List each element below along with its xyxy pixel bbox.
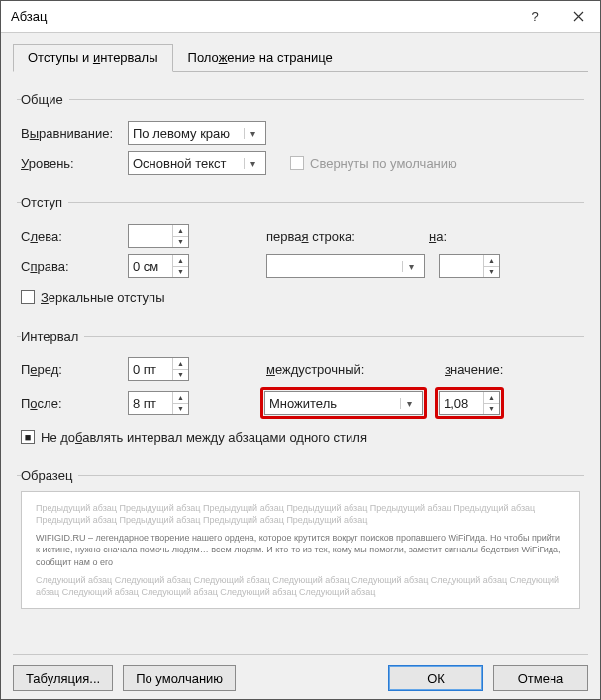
spin-up-icon[interactable]: ▲ (484, 392, 499, 404)
before-spinner[interactable]: 0 пт ▲▼ (128, 357, 189, 381)
help-button[interactable]: ? (513, 1, 556, 33)
spin-down-icon[interactable]: ▼ (173, 404, 188, 415)
chevron-down-icon: ▾ (400, 398, 418, 409)
preview-body-text: WIFIGID.RU – легендарное творение нашего… (36, 532, 565, 567)
preview-next-text: Следующий абзац Следующий абзац Следующи… (36, 574, 565, 598)
at-spinner[interactable]: 1,08 ▲▼ (439, 391, 500, 415)
spin-down-icon[interactable]: ▼ (173, 267, 188, 278)
linespace-label: междустрочный: (266, 362, 445, 377)
chevron-down-icon: ▾ (244, 128, 261, 139)
tabs-button[interactable]: Табуляция... (13, 665, 113, 691)
paragraph-dialog: Абзац ? Отступы и интервалы Положение на… (0, 0, 601, 700)
left-label: Слева: (21, 229, 128, 244)
group-general: Общие Выравнивание: По левому краю ▾ Уро… (17, 92, 584, 185)
nospace-label: Не добавлять интервал между абзацами одн… (41, 430, 367, 445)
client-area: Отступы и интервалы Положение на страниц… (1, 33, 600, 699)
titlebar: Абзац ? (1, 1, 600, 33)
group-preview: Образец Предыдущий абзац Предыдущий абза… (17, 468, 584, 613)
checkbox-icon: ■ (21, 430, 35, 444)
spin-down-icon[interactable]: ▼ (484, 404, 499, 415)
special-label: первая строка: (266, 229, 429, 244)
after-label: После: (21, 396, 128, 411)
after-value: 8 пт (129, 392, 172, 414)
left-value (129, 225, 172, 247)
at-value: 1,08 (440, 392, 483, 414)
group-spacing-title: Интервал (21, 329, 84, 344)
cancel-button[interactable]: Отмена (493, 665, 588, 691)
level-combo[interactable]: Основной текст ▾ (128, 151, 266, 175)
preview-prev-text: Предыдущий абзац Предыдущий абзац Предыд… (36, 502, 565, 526)
spin-down-icon[interactable]: ▼ (173, 370, 188, 381)
default-button[interactable]: По умолчанию (123, 665, 236, 691)
close-icon (573, 11, 584, 22)
linespace-combo[interactable]: Множитель ▾ (264, 391, 423, 415)
chevron-down-icon: ▾ (402, 261, 420, 272)
spin-down-icon[interactable]: ▼ (484, 267, 499, 278)
right-spinner[interactable]: 0 см ▲▼ (128, 254, 189, 278)
mirror-label: Зеркальные отступы (41, 290, 164, 305)
collapsed-checkbox: Свернуты по умолчанию (290, 156, 457, 171)
group-spacing: Интервал Перед: 0 пт ▲▼ междустрочный: з… (17, 329, 584, 458)
by-spinner[interactable]: ▲▼ (439, 254, 500, 278)
by-value (440, 255, 483, 277)
level-label: Уровень: (21, 156, 128, 171)
before-value: 0 пт (129, 358, 172, 380)
checkbox-icon (290, 156, 304, 170)
tab-row: Отступы и интервалы Положение на страниц… (13, 43, 588, 72)
group-preview-title: Образец (21, 468, 78, 483)
spin-up-icon[interactable]: ▲ (173, 255, 188, 267)
group-indent: Отступ Слева: ▲▼ первая строка: на: Спра… (17, 195, 584, 319)
collapsed-label: Свернуты по умолчанию (310, 156, 457, 171)
right-value: 0 см (129, 255, 172, 277)
right-label: Справа: (21, 259, 128, 274)
after-spinner[interactable]: 8 пт ▲▼ (128, 391, 189, 415)
spin-up-icon[interactable]: ▲ (484, 255, 499, 267)
at-highlight: 1,08 ▲▼ (435, 387, 504, 419)
footer: Табуляция... По умолчанию ОК Отмена (13, 654, 588, 691)
close-button[interactable] (556, 1, 600, 33)
preview-box: Предыдущий абзац Предыдущий абзац Предыд… (21, 491, 580, 609)
level-value: Основной текст (133, 156, 244, 171)
spin-up-icon[interactable]: ▲ (173, 392, 188, 404)
spin-up-icon[interactable]: ▲ (173, 358, 188, 370)
linespace-highlight: Множитель ▾ (260, 387, 427, 419)
linespace-value: Множитель (269, 396, 400, 411)
left-spinner[interactable]: ▲▼ (128, 224, 189, 248)
alignment-label: Выравнивание: (21, 126, 128, 141)
tab-indents[interactable]: Отступы и интервалы (13, 44, 173, 72)
checkbox-icon (21, 290, 35, 304)
group-indent-title: Отступ (21, 195, 68, 210)
window-title: Абзац (11, 9, 513, 24)
by-label: на: (429, 229, 447, 244)
spin-up-icon[interactable]: ▲ (173, 225, 188, 237)
tab-panel: Общие Выравнивание: По левому краю ▾ Уро… (13, 72, 588, 654)
nospace-checkbox[interactable]: ■ Не добавлять интервал между абзацами о… (21, 430, 367, 445)
alignment-value: По левому краю (133, 126, 244, 141)
spin-down-icon[interactable]: ▼ (173, 237, 188, 248)
alignment-combo[interactable]: По левому краю ▾ (128, 121, 266, 145)
tab-pageflow[interactable]: Положение на странице (173, 44, 348, 72)
chevron-down-icon: ▾ (244, 158, 261, 169)
group-general-title: Общие (21, 92, 69, 107)
before-label: Перед: (21, 362, 128, 377)
mirror-checkbox[interactable]: Зеркальные отступы (21, 290, 164, 305)
special-combo[interactable]: ▾ (266, 254, 425, 278)
ok-button[interactable]: ОК (388, 665, 483, 691)
at-label: значение: (445, 362, 503, 377)
